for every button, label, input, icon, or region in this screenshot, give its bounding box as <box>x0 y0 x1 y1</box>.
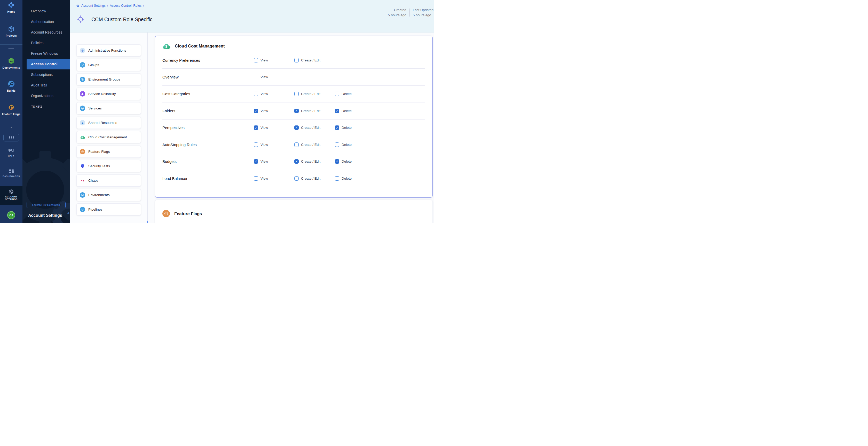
sidebar-collapse-icon[interactable]: ◀ <box>67 211 69 215</box>
settings-sidebar: OverviewAuthenticationAccount ResourcesP… <box>23 0 70 223</box>
rail-module-projects[interactable]: Projects <box>0 26 23 37</box>
rail-module-label: Deployments <box>0 66 23 69</box>
checkbox-budgets-delete[interactable] <box>335 159 339 164</box>
permission-label: Delete <box>342 92 352 96</box>
sidebar-item-subscriptions[interactable]: Subscriptions <box>23 69 70 80</box>
permission-row-overview: OverviewView <box>162 69 425 86</box>
permission-label: Delete <box>342 126 352 130</box>
checkbox-currency-preferences-create-edit[interactable] <box>294 58 299 62</box>
resource-item-gitops[interactable]: GitOps <box>76 59 141 71</box>
permission-delete-cell: Delete <box>335 176 425 181</box>
checkbox-folders-create-edit[interactable] <box>294 109 299 113</box>
checkbox-autostopping-rules-view[interactable] <box>254 142 258 147</box>
checkbox-autostopping-rules-create-edit[interactable] <box>294 142 299 147</box>
checkbox-cost-categories-delete[interactable] <box>335 92 339 96</box>
checkbox-perspectives-view[interactable] <box>254 125 258 130</box>
resource-item-service-reliability[interactable]: Service Reliability <box>76 88 141 100</box>
checkbox-folders-view[interactable] <box>254 109 258 113</box>
permission-view-cell: View <box>254 109 294 113</box>
checkbox-budgets-create-edit[interactable] <box>294 159 299 164</box>
checkbox-cost-categories-create-edit[interactable] <box>294 92 299 96</box>
permission-delete-cell: Delete <box>335 125 425 130</box>
breadcrumb-separator: › <box>107 4 108 7</box>
permission-label: Create / Edit <box>301 143 320 147</box>
permission-label: Delete <box>342 143 352 147</box>
projects-icon <box>8 26 15 33</box>
permission-label: View <box>260 58 268 62</box>
permission-label: Delete <box>342 160 352 163</box>
breadcrumb-link-access-control-roles[interactable]: Access Control: Roles <box>110 4 142 7</box>
checkbox-currency-preferences-view[interactable] <box>254 58 258 62</box>
role-crosshair-icon <box>77 15 85 24</box>
sidebar-item-tickets[interactable]: Tickets <box>23 101 70 112</box>
rail-module-feature-flags[interactable]: Feature Flags <box>0 104 23 116</box>
account-settings-label: SETTINGS <box>0 198 23 200</box>
pipelines-icon <box>80 207 85 212</box>
rail-item-help[interactable]: ? HELP <box>0 148 23 157</box>
resource-item-security-tests[interactable]: Security Tests <box>76 160 141 172</box>
resource-item-shared-resources[interactable]: ◈Shared Resources <box>76 117 141 129</box>
resource-item-chaos[interactable]: Chaos <box>76 174 141 187</box>
checkbox-overview-view[interactable] <box>254 75 258 79</box>
permission-label: View <box>260 160 268 163</box>
sidebar-item-freeze-windows[interactable]: Freeze Windows <box>23 48 70 59</box>
resource-item-feature-flags[interactable]: Feature Flags <box>76 146 141 158</box>
cloud-cost-management-icon: $ <box>80 134 85 140</box>
resource-item-label: Administrative Functions <box>88 49 126 53</box>
permission-label: Create / Edit <box>301 126 320 130</box>
rail-module-builds[interactable]: Builds <box>0 80 23 92</box>
resource-item-administrative-functions[interactable]: ⚙Administrative Functions <box>76 44 141 57</box>
permission-row-cost-categories: Cost CategoriesViewCreate / EditDelete <box>162 86 425 102</box>
checkbox-folders-delete[interactable] <box>335 109 339 113</box>
checkbox-autostopping-rules-delete[interactable] <box>335 142 339 147</box>
permission-create-edit-cell: Create / Edit <box>294 109 335 113</box>
sidebar-item-account-resources[interactable]: Account Resources <box>23 27 70 38</box>
page-header: Account Settings›Access Control: Roles› … <box>70 0 434 33</box>
permission-label: View <box>260 177 268 181</box>
rail-item-account-settings[interactable]: ACCOUNT SETTINGS <box>0 186 23 205</box>
last-updated-label: Last Updated <box>413 8 433 12</box>
checkbox-perspectives-create-edit[interactable] <box>294 125 299 130</box>
rail-module-label: Builds <box>0 89 23 92</box>
permission-create-edit-cell: Create / Edit <box>294 125 335 130</box>
sidebar-item-access-control[interactable]: Access Control <box>27 59 70 69</box>
checkbox-load-balancer-create-edit[interactable] <box>294 176 299 181</box>
sidebar-item-overview[interactable]: Overview <box>23 6 70 17</box>
rail-section-dash <box>8 49 14 49</box>
resource-item-pipelines[interactable]: Pipelines <box>76 203 141 216</box>
rail-module-deployments[interactable]: ∞Deployments <box>0 57 23 69</box>
resource-item-services[interactable]: Services <box>76 102 141 114</box>
permission-name: Cost Categories <box>162 92 254 96</box>
sidebar-item-organizations[interactable]: Organizations <box>23 91 70 101</box>
checkbox-budgets-view[interactable] <box>254 159 258 164</box>
resource-item-cloud-cost-management[interactable]: $Cloud Cost Management <box>76 131 141 143</box>
rail-module-label: Feature Flags <box>0 113 23 116</box>
security-tests-icon <box>80 163 85 169</box>
chevron-down-icon[interactable]: ▼ <box>0 126 23 129</box>
checkbox-cost-categories-view[interactable] <box>254 92 258 96</box>
svg-text:$: $ <box>165 45 167 49</box>
resource-item-environments[interactable]: Environments <box>76 189 141 201</box>
created-label: Created <box>394 8 406 12</box>
checkbox-load-balancer-delete[interactable] <box>335 176 339 181</box>
launch-first-generation-button[interactable]: Launch First Generation <box>27 202 66 208</box>
avatar[interactable]: CJ <box>7 211 15 219</box>
sidebar-item-authentication[interactable]: Authentication <box>23 17 70 27</box>
sidebar-item-audit-trail[interactable]: Audit Trail <box>23 80 70 91</box>
module-selector-button[interactable] <box>3 134 19 141</box>
resource-item-environment-groups[interactable]: Environment Groups <box>76 73 141 86</box>
checkbox-perspectives-delete[interactable] <box>335 125 339 130</box>
checkbox-load-balancer-view[interactable] <box>254 176 258 181</box>
deployments-icon: ∞ <box>8 57 15 65</box>
sidebar-item-policies[interactable]: Policies <box>23 38 70 48</box>
permission-view-cell: View <box>254 142 294 147</box>
scrollbar-thumb[interactable] <box>147 221 148 223</box>
permission-create-edit-cell: Create / Edit <box>294 58 335 62</box>
svg-text:∞: ∞ <box>10 59 13 63</box>
rail-module-label: Home <box>0 10 23 13</box>
settings-gear-icon <box>76 4 80 7</box>
breadcrumb-link-account-settings[interactable]: Account Settings <box>81 4 105 7</box>
permission-label: Create / Edit <box>301 109 320 113</box>
rail-item-dashboards[interactable]: DASHBOARDS <box>0 169 23 178</box>
rail-module-home[interactable]: Home <box>0 2 23 13</box>
